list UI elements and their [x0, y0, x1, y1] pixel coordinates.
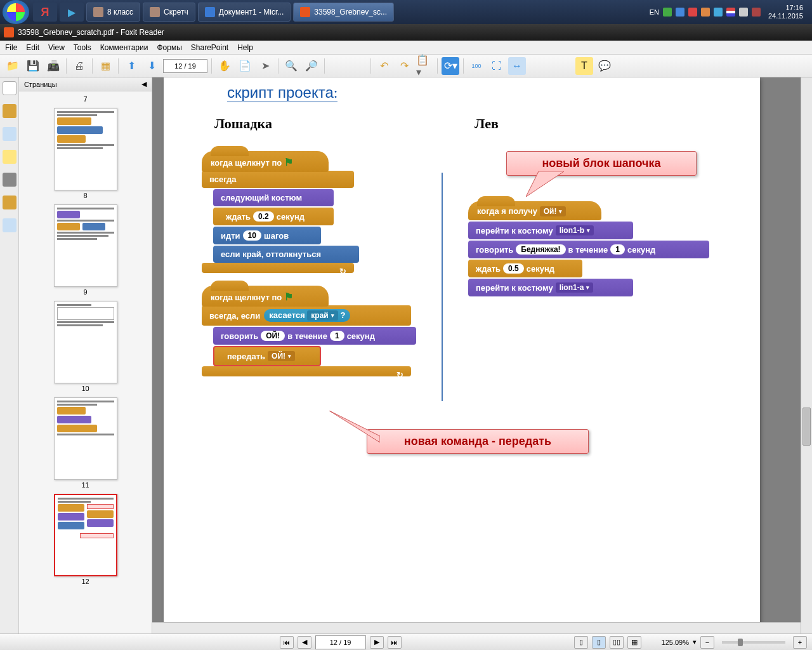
last-page-button[interactable]: ⏭ [388, 636, 402, 649]
layers-tab-icon[interactable] [3, 127, 16, 141]
menu-comments[interactable]: Комментарии [100, 43, 148, 52]
collapse-icon[interactable]: ◀ [141, 80, 147, 88]
flag-icon: ⚑ [284, 291, 293, 302]
tray-icon[interactable] [663, 8, 672, 17]
first-page-button[interactable]: ⏮ [280, 636, 294, 649]
scan-button[interactable]: 📠 [44, 57, 62, 75]
select-tool-button[interactable]: 📄 [236, 57, 254, 75]
scrollbar-thumb[interactable] [802, 408, 811, 446]
yandex-icon[interactable]: Я [33, 3, 57, 22]
hand-tool-button[interactable]: ✋ [216, 57, 233, 75]
menu-tools[interactable]: Tools [74, 43, 91, 52]
shield-icon[interactable] [688, 8, 697, 17]
start-button[interactable] [3, 0, 29, 24]
tray-icon[interactable] [714, 8, 723, 17]
layout-button[interactable]: ▦ [96, 57, 114, 75]
rotate-left-button[interactable]: ↶ [375, 57, 393, 75]
print-button[interactable]: 🖨 [70, 57, 88, 75]
signatures-tab-icon[interactable] [3, 218, 16, 232]
bookmarks-tab-icon[interactable] [3, 104, 16, 118]
main-area: Страницы ◀ 7 8 9 10 11 12 [0, 77, 812, 633]
note-button[interactable]: 💬 [596, 57, 613, 75]
scratch-script-1: когда щелкнут по ⚑ всегда следующий кост… [202, 151, 468, 273]
column-title-2: Лев [475, 116, 735, 132]
page-options-button[interactable]: 📋▾ [416, 57, 433, 75]
vertical-scrollbar[interactable] [801, 77, 812, 633]
search-button[interactable]: 🔍 [282, 57, 300, 75]
touching-block: касается край ? [264, 309, 350, 322]
thumbnails-title: Страницы [24, 81, 57, 88]
zoom-actual-button[interactable]: 100 [468, 57, 485, 75]
fit-page-button[interactable]: ⛶ [488, 57, 506, 75]
volume-icon[interactable] [739, 8, 748, 17]
taskbar-task-3[interactable]: Документ1 - Micr... [198, 3, 291, 22]
date: 24.11.2015 [768, 12, 803, 20]
facing-button[interactable]: ▯▯ [610, 636, 624, 649]
prev-page-button[interactable]: ⬆ [122, 57, 140, 75]
separator [66, 58, 67, 74]
folder-icon [93, 7, 103, 17]
zoom-dropdown-icon[interactable]: ▾ [693, 638, 697, 646]
callout-pointer-icon [526, 171, 564, 197]
right-column: Лев новый блок шапочка когда я получу Ой… [468, 84, 735, 298]
zoom-slider[interactable] [722, 641, 785, 644]
menu-sharepoint[interactable]: SharePoint [191, 43, 228, 52]
open-button[interactable]: 📁 [4, 57, 22, 75]
page-input[interactable] [163, 59, 207, 73]
flag-icon[interactable] [726, 8, 735, 17]
tray-icon[interactable] [752, 8, 761, 17]
next-page-button[interactable]: ▶ [370, 636, 384, 649]
prev-page-button[interactable]: ◀ [298, 636, 311, 649]
single-page-button[interactable]: ▯ [574, 636, 588, 649]
security-tab-icon[interactable] [3, 196, 16, 209]
zoom-in-button[interactable]: + [793, 636, 807, 649]
save-button[interactable]: 💾 [24, 57, 42, 75]
search-next-button[interactable]: 🔎 [303, 57, 320, 75]
thumb-label: 9 [23, 288, 148, 296]
app-icon [4, 27, 14, 37]
continuous-facing-button[interactable]: ▦ [627, 636, 641, 649]
menu-view[interactable]: View [48, 43, 65, 52]
clock[interactable]: 17:16 24.11.2015 [764, 4, 807, 20]
thumbnails-scroll[interactable]: 7 8 9 10 11 12 [19, 91, 152, 633]
thumbnail-11[interactable] [54, 397, 117, 480]
tray-icon[interactable] [676, 8, 684, 17]
taskbar-task-2[interactable]: Скретч [143, 3, 195, 22]
tray-icon[interactable] [701, 8, 710, 17]
comments-tab-icon[interactable] [3, 150, 16, 164]
language-indicator[interactable]: EN [650, 8, 659, 16]
refresh-button[interactable]: ⟳▾ [442, 57, 459, 75]
slider-thumb[interactable] [738, 639, 743, 646]
highlight-button[interactable]: T [575, 57, 593, 75]
task-label: 33598_Grebnev_sc... [314, 8, 387, 17]
continuous-button[interactable]: ▯ [592, 636, 606, 649]
menu-file[interactable]: File [5, 43, 17, 52]
thumb-label: 7 [23, 95, 148, 103]
thumbnail-10[interactable] [54, 301, 117, 383]
menu-help[interactable]: Help [237, 43, 253, 52]
callout-new-hat: новый блок шапочка [506, 151, 697, 176]
media-player-icon[interactable]: ▶ [60, 3, 84, 22]
pages-tab-icon[interactable] [3, 81, 16, 95]
next-page-button[interactable]: ⬇ [143, 57, 160, 75]
thumbnail-12[interactable] [54, 494, 117, 576]
menu-edit[interactable]: Edit [26, 43, 39, 52]
thumbnail-8[interactable] [54, 108, 117, 190]
attachments-tab-icon[interactable] [3, 173, 16, 187]
menu-forms[interactable]: Формы [157, 43, 181, 52]
horizontal-scrollbar[interactable] [152, 622, 801, 633]
wait-block: ждать 0.5 секунд [468, 260, 582, 277]
thumb-label: 12 [23, 578, 148, 585]
say-block: говорить ОЙ! в течение 1 секунд [213, 327, 416, 345]
fit-width-button[interactable]: ↔ [508, 57, 526, 75]
thumbnails-header: Страницы ◀ [19, 77, 152, 91]
document-view[interactable]: скрипт проекта: Лошадка когда щелкнут по… [152, 77, 812, 633]
thumbnail-9[interactable] [54, 204, 117, 287]
taskbar-task-1[interactable]: 8 класс [86, 3, 140, 22]
pointer-tool-button[interactable]: ➤ [256, 57, 274, 75]
taskbar-task-4[interactable]: 33598_Grebnev_sc... [293, 3, 394, 22]
statusbar: ⏮ ◀ ▶ ⏭ ▯ ▯ ▯▯ ▦ 125.09% ▾ − + [0, 633, 812, 650]
zoom-out-button[interactable]: − [700, 636, 714, 649]
status-page-input[interactable] [315, 635, 366, 649]
rotate-right-button[interactable]: ↷ [395, 57, 413, 75]
